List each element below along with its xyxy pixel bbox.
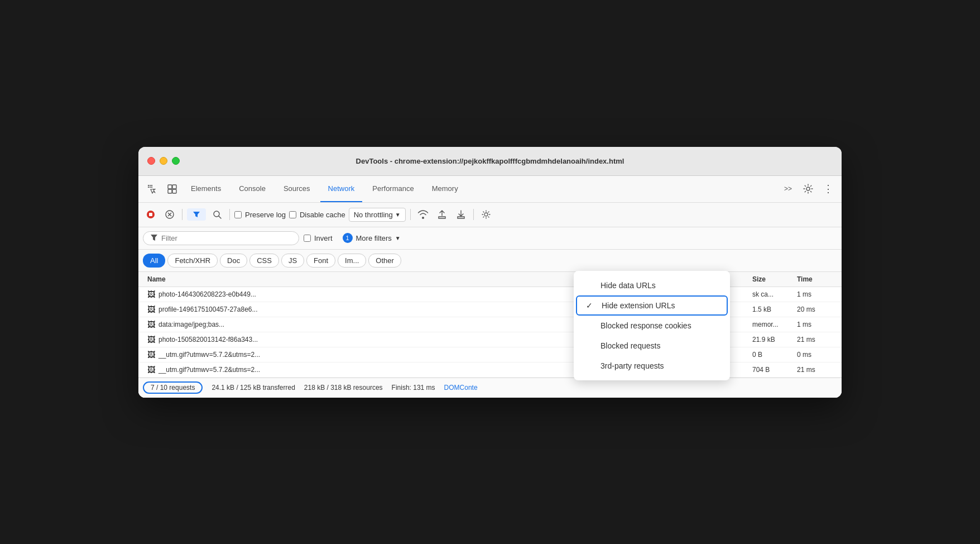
maximize-button[interactable] [172,157,180,165]
preserve-log-checkbox[interactable] [234,211,242,218]
table-row[interactable]: 🖼 __utm.gif?utmwv=5.7.2&utms=2... 307 0 … [138,347,842,362]
cell-name-5: 🖼 __utm.gif?utmwv=5.7.2&utms=2... [143,362,592,377]
cursor-icon [147,184,157,194]
svg-point-16 [214,211,219,217]
tab-memory[interactable]: Memory [424,175,466,202]
disable-cache-checkbox[interactable] [289,211,296,218]
type-tab-other[interactable]: Other [368,254,401,268]
table-rows: 🖼 photo-1464306208223-e0b449... 200 sk c… [138,287,842,378]
network-settings-btn[interactable] [478,207,494,222]
settings-icon [803,184,813,194]
more-filters-badge: 1 [343,233,353,243]
svg-rect-3 [150,187,151,188]
disable-cache-label[interactable]: Disable cache [289,211,345,219]
file-icon-5: 🖼 [147,365,155,374]
type-tab-img[interactable]: Im... [338,254,366,268]
cell-name-2: 🖼 data:image/jpeg;bas... [143,317,592,332]
header-name[interactable]: Name [143,272,592,287]
filter-icon [193,211,200,218]
invert-label[interactable]: Invert [304,234,333,242]
throttle-dropdown[interactable]: No throttling ▼ [349,208,406,222]
requests-count: 7 / 10 requests [143,381,203,394]
cell-size-1: 1.5 kB [748,303,792,316]
cell-name-4: 🖼 __utm.gif?utmwv=5.7.2&utms=2... [143,347,592,362]
dropdown-item-hide-extension-urls[interactable]: ✓ Hide extension URLs [576,295,728,316]
more-filters-btn[interactable]: 1 More filters ▼ [337,231,406,245]
dropdown-item-blocked-response-cookies[interactable]: Blocked response cookies [574,316,730,336]
tab-elements[interactable]: Elements [183,175,229,202]
resources-size: 218 kB / 318 kB resources [304,384,383,392]
table-row[interactable]: 🖼 __utm.gif?utmwv=5.7.2&utms=2... 200 gi… [138,362,842,378]
blocked-requests-checkmark [585,341,594,350]
blocked-response-cookies-checkmark [585,321,594,330]
header-size[interactable]: Size [748,272,792,287]
type-tab-css[interactable]: CSS [249,254,279,268]
filter-funnel-icon [150,234,158,242]
svg-rect-8 [168,189,172,193]
type-tabs: All Fetch/XHR Doc CSS JS Font Im [138,250,842,272]
dropdown-item-hide-data-urls[interactable]: Hide data URLs [574,275,730,295]
file-icon-4: 🖼 [147,350,155,359]
type-tab-doc[interactable]: Doc [220,254,247,268]
cell-time-0: 1 ms [792,288,837,301]
toolbar: Preserve log Disable cache No throttling… [138,203,842,227]
preserve-log-label[interactable]: Preserve log [234,211,286,219]
network-conditions-btn[interactable] [415,207,431,222]
devtools-window: DevTools - chrome-extension://pejkokffka… [138,147,842,398]
minimize-button[interactable] [160,157,167,165]
type-tab-fetch-xhr[interactable]: Fetch/XHR [167,254,218,268]
table-row[interactable]: 🖼 photo-1505820013142-f86a343... 200 21.… [138,332,842,347]
top-nav: Elements Console Sources Network Perform… [138,176,842,203]
search-icon [213,210,222,219]
tab-performance[interactable]: Performance [364,175,421,202]
cell-time-1: 20 ms [792,303,837,316]
more-filters-dropdown: Hide data URLs ✓ Hide extension URLs Blo… [574,271,730,380]
cell-size-5: 704 B [748,363,792,376]
cell-size-0: sk ca... [748,288,792,301]
import-btn[interactable] [434,207,450,222]
svg-rect-4 [151,185,152,186]
clear-btn[interactable] [162,207,177,222]
filter-bar: Invert 1 More filters ▼ [138,227,842,250]
type-tab-all[interactable]: All [143,254,165,268]
upload-icon [438,210,446,219]
cell-name-3: 🖼 photo-1505820013142-f86a343... [143,332,592,347]
window-title: DevTools - chrome-extension://pejkokffka… [356,157,624,165]
table-row[interactable]: 🖼 data:image/jpeg;bas... 200 memor... 1 … [138,317,842,332]
svg-line-17 [219,216,221,218]
type-tab-js[interactable]: JS [281,254,304,268]
cell-name-1: 🖼 profile-1496175100457-27a8e6... [143,302,592,317]
more-filters-chevron-icon: ▼ [395,235,401,241]
toolbar-divider-3 [410,209,411,220]
file-icon-1: 🖼 [147,305,155,314]
tab-sources[interactable]: Sources [276,175,318,202]
file-icon-3: 🖼 [147,335,155,344]
svg-rect-9 [172,189,176,193]
menu-btn[interactable]: ⋮ [819,180,837,198]
filter-input[interactable] [161,234,284,242]
network-table: Name Status Type Initiator Size Time 🖼 p… [138,272,842,378]
file-icon-2: 🖼 [147,320,155,329]
settings-btn[interactable] [799,180,817,198]
stop-recording-btn[interactable] [143,207,158,222]
table-row[interactable]: 🖼 photo-1464306208223-e0b449... 200 sk c… [138,287,842,302]
dropdown-item-blocked-requests[interactable]: Blocked requests [574,336,730,356]
filter-btn[interactable] [187,208,206,221]
cursor-icon-btn[interactable] [143,180,161,198]
more-tabs-btn[interactable]: >> [779,180,797,198]
type-tab-font[interactable]: Font [306,254,335,268]
element-picker-icon [167,184,177,194]
export-btn[interactable] [453,207,469,222]
close-button[interactable] [147,157,155,165]
transferred-size: 24.1 kB / 125 kB transferred [212,384,295,392]
element-picker-btn[interactable] [163,180,181,198]
header-time[interactable]: Time [792,272,837,287]
dropdown-item-third-party-requests[interactable]: 3rd-party requests [574,356,730,376]
chevron-down-icon: ▼ [395,212,401,218]
search-btn[interactable] [209,207,225,222]
toolbar-divider-1 [182,209,182,220]
invert-checkbox[interactable] [304,235,311,242]
tab-console[interactable]: Console [231,175,273,202]
tab-network[interactable]: Network [320,175,363,202]
table-row[interactable]: 🖼 profile-1496175100457-27a8e6... 200 1.… [138,302,842,317]
